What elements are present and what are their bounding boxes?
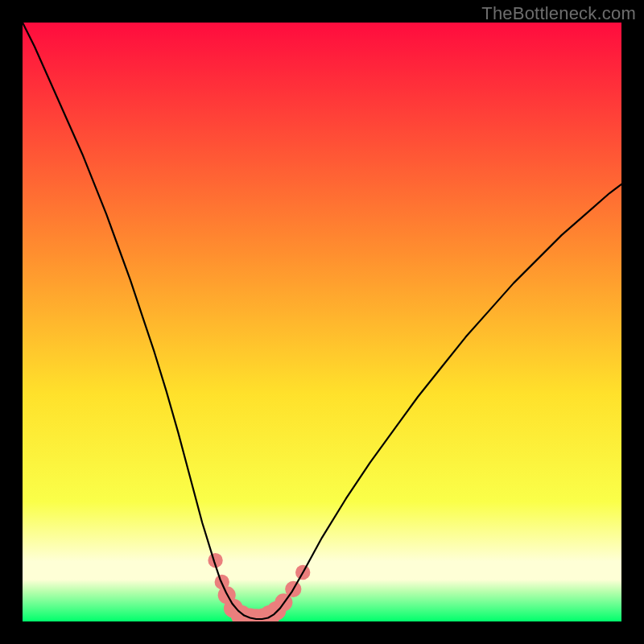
chart-container: TheBottleneck.com <box>0 0 644 644</box>
plot-area <box>23 23 621 621</box>
gradient-background <box>23 23 621 621</box>
bottleneck-curve-chart <box>23 23 621 621</box>
watermark-text: TheBottleneck.com <box>481 3 636 24</box>
